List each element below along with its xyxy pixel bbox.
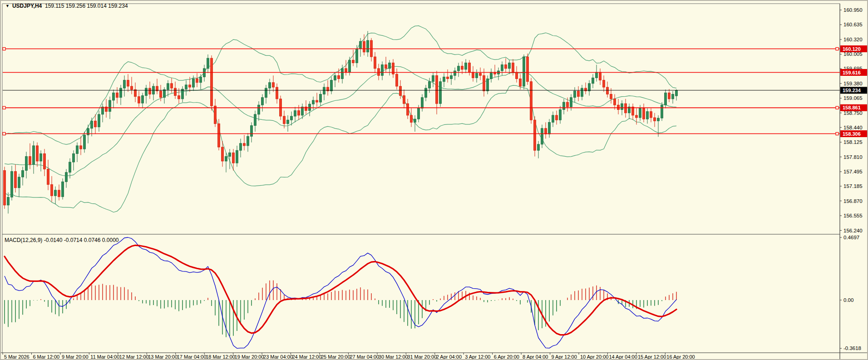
bear-candle xyxy=(272,83,275,87)
bull-candle xyxy=(418,108,420,119)
bull-candle xyxy=(356,49,358,63)
bear-candle xyxy=(607,87,609,94)
bear-candle xyxy=(149,88,151,94)
bull-candle xyxy=(381,65,384,76)
bear-candle xyxy=(196,79,198,83)
price-tag-label: 160.120 xyxy=(843,46,861,52)
bear-candle xyxy=(534,120,536,150)
bear-candle xyxy=(374,57,376,69)
price-tag-label: 159.234 xyxy=(843,88,861,93)
bull-candle xyxy=(454,71,456,75)
hline-endpoint-handle xyxy=(836,48,838,50)
chart-title-ohlc: 159.115 159.256 159.014 159.234 xyxy=(45,3,128,9)
price-tick-label: 158.125 xyxy=(843,139,863,145)
bull-candle xyxy=(429,82,431,88)
bull-candle xyxy=(182,89,184,99)
bull-candle xyxy=(254,114,256,126)
bear-candle xyxy=(214,106,217,123)
bull-candle xyxy=(91,121,93,128)
bull-candle xyxy=(251,126,253,137)
bull-candle xyxy=(18,177,20,188)
macd-indicator-label: MACD(12,26,9) -0.0140 -0.0714 0.0746 0.0… xyxy=(5,237,119,243)
bear-candle xyxy=(512,63,514,72)
bull-candle xyxy=(476,73,478,78)
bull-candle xyxy=(40,153,42,161)
bear-candle xyxy=(399,86,402,96)
bear-candle xyxy=(407,104,409,115)
price-tick-label: 160.005 xyxy=(843,51,863,57)
bear-candle xyxy=(160,91,162,97)
time-tick-label: 3 Apr 12:00 xyxy=(465,354,490,359)
bull-candle xyxy=(563,102,565,109)
bull-candle xyxy=(69,162,71,173)
bear-candle xyxy=(603,80,605,87)
bull-candle xyxy=(367,40,369,52)
bear-candle xyxy=(403,96,405,104)
hline-endpoint-handle xyxy=(836,133,838,135)
time-tick-label: 8 Apr 04:00 xyxy=(523,354,548,359)
time-tick-label: 10 Apr 20:00 xyxy=(580,354,608,359)
bull-candle xyxy=(229,153,231,156)
bull-candle xyxy=(312,100,315,104)
bear-candle xyxy=(363,41,365,52)
bull-candle xyxy=(490,72,493,79)
bull-candle xyxy=(65,173,68,182)
bear-candle xyxy=(527,57,529,82)
price-tick-label: 160.950 xyxy=(843,7,863,13)
bear-candle xyxy=(479,73,482,75)
bear-candle xyxy=(436,75,438,104)
bear-candle xyxy=(232,153,235,163)
bear-candle xyxy=(636,115,638,118)
bear-candle xyxy=(516,72,518,79)
time-tick-label: 23 Mar 04:00 xyxy=(263,354,293,359)
bear-candle xyxy=(352,60,355,63)
bull-candle xyxy=(421,98,424,108)
chart-canvas[interactable]: 160.950160.635160.320160.005159.695159.3… xyxy=(1,1,867,359)
time-axis[interactable]: 5 Mar 20266 Mar 12:009 Mar 20:0011 Mar 0… xyxy=(3,353,695,359)
bull-candle xyxy=(7,197,10,205)
bull-candle xyxy=(163,89,166,98)
chart-title: ▼USDJPY,H4 159.115 159.256 159.014 159.2… xyxy=(5,3,128,9)
price-tick-label: 157.810 xyxy=(843,154,863,160)
bull-candle xyxy=(301,107,304,115)
symbol-dropdown-icon[interactable]: ▼ xyxy=(5,4,10,8)
bull-candle xyxy=(240,143,242,150)
time-tick-label: 12 Mar 12:00 xyxy=(119,354,149,359)
bull-candle xyxy=(389,63,391,68)
bear-candle xyxy=(610,94,612,99)
time-tick-label: 15 Apr 12:00 xyxy=(638,354,666,359)
bear-candle xyxy=(410,115,413,122)
bull-candle xyxy=(559,110,562,120)
bear-candle xyxy=(283,116,286,123)
hline-endpoint-handle xyxy=(3,48,5,50)
time-tick-label: 9 Mar 20:00 xyxy=(62,354,89,359)
price-tick-label: 160.635 xyxy=(843,22,863,27)
bear-candle xyxy=(80,146,82,149)
bear-candle xyxy=(131,86,133,89)
bull-candle xyxy=(200,77,202,82)
bear-candle xyxy=(567,102,569,107)
bear-candle xyxy=(505,65,507,69)
bull-candle xyxy=(113,93,115,100)
bear-candle xyxy=(338,75,340,79)
time-tick-label: 27 Mar 04:00 xyxy=(350,354,379,359)
bull-candle xyxy=(592,78,594,83)
bear-candle xyxy=(585,88,587,91)
plot-frame xyxy=(1,1,867,359)
bear-candle xyxy=(4,171,6,205)
bull-candle xyxy=(294,111,296,116)
bull-candle xyxy=(109,100,111,112)
bear-candle xyxy=(614,99,616,105)
bear-candle xyxy=(127,80,129,86)
bear-candle xyxy=(276,87,278,99)
price-tag-label: 158.861 xyxy=(843,105,861,110)
bear-candle xyxy=(519,79,522,86)
bull-candle xyxy=(661,105,663,118)
bear-candle xyxy=(211,58,213,106)
bull-candle xyxy=(596,72,598,78)
bear-candle xyxy=(222,147,224,161)
bear-candle xyxy=(650,112,652,118)
bull-candle xyxy=(291,116,293,120)
bull-candle xyxy=(323,87,326,94)
bull-candle xyxy=(33,146,35,164)
